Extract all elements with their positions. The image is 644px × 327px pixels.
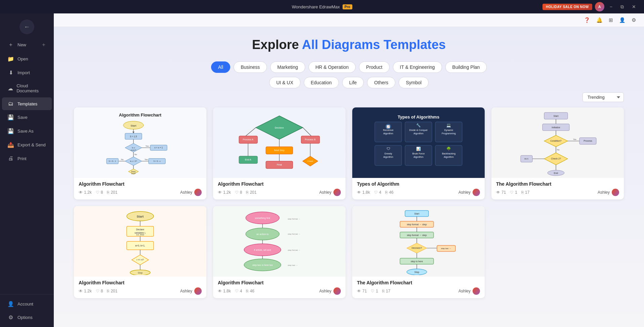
sidebar-item-cloud[interactable]: ☁ Cloud Documents <box>2 80 52 97</box>
help-icon[interactable]: ❓ <box>584 17 590 23</box>
filter-btn-building[interactable]: Building Plan <box>445 61 487 73</box>
author-avatar-5 <box>333 287 341 295</box>
minimize-button[interactable]: − <box>607 3 615 11</box>
sort-dropdown[interactable]: Trending Newest Most Liked Most Viewed <box>582 92 624 102</box>
svg-text:Final: Final <box>277 164 282 166</box>
sidebar-item-save-label: Save <box>17 115 28 120</box>
topbar: ❓ 🔔 ⊞ 👤 ⚙ <box>54 13 644 27</box>
templates-icon: 🗂 <box>7 101 14 107</box>
preview-svg-0: Algorithm Flowchart Start S = 1.5 <box>100 109 180 176</box>
account-icon: 👤 <box>7 301 14 307</box>
sort-row: Trending Newest Most Liked Most Viewed <box>74 92 624 102</box>
copy-icon-5: ⎘ <box>246 289 248 293</box>
svg-text:Algorithm: Algorithm <box>413 156 424 158</box>
author-4: Ashley <box>180 287 202 295</box>
sidebar-item-options[interactable]: ⚙ Options <box>2 311 52 324</box>
settings-icon[interactable]: ⚙ <box>632 17 636 23</box>
svg-text:step two →: step two → <box>441 247 451 249</box>
svg-text:S = S - 1: S = S - 1 <box>109 160 116 162</box>
svg-text:step two is here too: step two is here too <box>252 264 273 267</box>
filter-btn-business[interactable]: Business <box>234 61 267 73</box>
sidebar-item-saveas[interactable]: 💾 Save As <box>2 125 52 138</box>
filter-btn-uiux[interactable]: UI & UX <box>269 77 300 88</box>
svg-text:a=0, b=1,: a=0, b=1, <box>135 244 145 247</box>
svg-text:Process B: Process B <box>305 138 316 141</box>
views-3: 👁 71 <box>496 190 506 195</box>
close-button[interactable]: ✕ <box>629 3 639 11</box>
template-card-2[interactable]: Types of Algorithms Recursive Algorithm … <box>352 107 485 199</box>
sidebar-item-new[interactable]: ＋ New ＋ <box>2 38 52 52</box>
template-card-3[interactable]: Start Initialize Condition? Yes Process <box>491 107 624 199</box>
card-title-3: The Algorithm Flowchart <box>496 181 619 187</box>
card-title-2: Types of Algorithm <box>357 181 480 187</box>
svg-line-36 <box>303 128 311 136</box>
card-meta-4: 👁 1.2k ♡ 8 ⎘ 201 <box>79 287 202 295</box>
filter-btn-education[interactable]: Education <box>304 77 339 88</box>
share-icon[interactable]: 👤 <box>619 17 626 23</box>
template-card-6[interactable]: Start step format → step step format → s… <box>352 206 485 298</box>
sidebar-item-import[interactable]: ⬇ Import <box>2 66 52 79</box>
svg-text:No: No <box>557 149 560 151</box>
preview-svg-4: Start Declare variables i, a,b, show a=0… <box>107 208 174 275</box>
main-content-area: ❓ 🔔 ⊞ 👤 ⚙ Explore All Diagrams Templates… <box>54 13 644 327</box>
preview-svg-6: Start step format → step step format → s… <box>375 208 462 275</box>
back-button[interactable]: ← <box>19 19 34 34</box>
export-icon: 📤 <box>7 142 14 148</box>
views-2: 👁 1.8k <box>357 190 370 195</box>
author-2: Ashley <box>458 189 480 196</box>
sidebar-item-print[interactable]: 🖨 Print <box>2 152 52 165</box>
sidebar-item-account[interactable]: 👤 Account <box>2 297 52 311</box>
sidebar-item-options-label: Options <box>17 315 33 320</box>
filter-btn-life[interactable]: Life <box>342 77 364 88</box>
copy-icon-2: ⎘ <box>385 190 388 195</box>
svg-text:step two →: step two → <box>288 264 298 266</box>
svg-text:Backtracking: Backtracking <box>442 152 455 155</box>
template-card-4[interactable]: Start Declare variables i, a,b, show a=0… <box>74 206 206 298</box>
views-4: 👁 1.2k <box>79 289 92 293</box>
sidebar-item-new-label: New <box>17 42 26 47</box>
template-card-5[interactable]: something first an action to if article,… <box>213 206 346 298</box>
filter-btn-hr[interactable]: HR & Operation <box>309 61 356 73</box>
scroll-area: Explore All Diagrams Templates All Busin… <box>54 27 644 327</box>
titlebar: Wondershare EdrawMax Pro HOLIDAY SALE ON… <box>0 0 644 13</box>
svg-text:Divide & Conquer: Divide & Conquer <box>409 129 428 132</box>
new-icon: ＋ <box>7 41 14 48</box>
filter-btn-others[interactable]: Others <box>367 77 395 88</box>
sidebar-item-open[interactable]: 📁 Open <box>2 52 52 65</box>
eye-icon-4: 👁 <box>79 289 83 293</box>
likes-2: ♡ 4 <box>374 190 381 195</box>
notification-icon[interactable]: 🔔 <box>596 17 603 23</box>
author-avatar-4 <box>194 287 202 295</box>
heart-icon-2: ♡ <box>374 190 378 195</box>
maximize-button[interactable]: ⧉ <box>618 3 627 11</box>
filter-btn-marketing[interactable]: Marketing <box>270 61 305 73</box>
svg-line-33 <box>246 128 256 136</box>
sidebar-item-print-label: Print <box>17 156 27 161</box>
template-card-0[interactable]: Algorithm Flowchart Start S = 1.5 <box>74 107 206 199</box>
card-meta-2: 👁 1.8k ♡ 4 ⎘ 46 <box>357 189 480 196</box>
svg-text:even?: even? <box>131 149 136 151</box>
holiday-sale-button[interactable]: HOLIDAY SALE ON NOW <box>542 4 592 10</box>
author-3: Ashley <box>598 189 619 196</box>
author-avatar-0 <box>194 189 202 196</box>
svg-text:No: No <box>134 153 137 155</box>
preview-svg-2: Types of Algorithms Recursive Algorithm … <box>371 109 466 176</box>
svg-text:step format →: step format → <box>288 218 300 220</box>
sidebar-item-export[interactable]: 📤 Export & Send <box>2 138 52 151</box>
card-title-6: The Algorithm Flowchart <box>357 280 480 285</box>
print-icon: 🖨 <box>7 155 14 161</box>
sidebar-bottom: 👤 Account ⚙ Options <box>0 294 54 324</box>
card-preview-5: something first an action to if article,… <box>213 206 346 277</box>
template-card-1[interactable]: Decision Process A Process B <box>213 107 346 199</box>
grid-icon[interactable]: ⊞ <box>609 17 613 23</box>
filter-btn-it[interactable]: IT & Engineering <box>393 61 442 73</box>
filter-btn-symbol[interactable]: Symbol <box>399 77 429 88</box>
card-preview-4: Start Declare variables i, a,b, show a=0… <box>74 206 206 277</box>
sidebar-item-save[interactable]: 💾 Save <box>2 111 52 124</box>
filter-btn-all[interactable]: All <box>211 61 231 73</box>
filter-btn-product[interactable]: Product <box>359 61 389 73</box>
views-5: 👁 1.8k <box>218 289 231 293</box>
svg-text:Check: Check <box>307 160 313 162</box>
card-meta-3: 👁 71 ♡ 1 ⎘ 17 <box>496 189 619 196</box>
sidebar-item-templates[interactable]: 🗂 Templates <box>2 97 52 110</box>
